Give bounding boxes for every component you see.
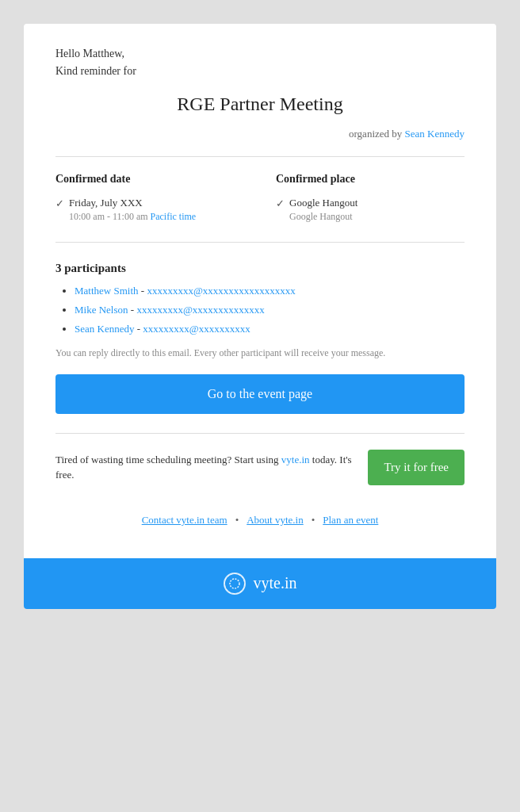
place-value: Google Hangout	[289, 197, 358, 209]
reply-note: You can reply directly to this email. Ev…	[55, 347, 465, 360]
email-body: Hello Matthew, Kind reminder for RGE Par…	[24, 24, 496, 558]
time-value: 10:00 am - 11:00 am Pacific time	[69, 211, 196, 223]
list-item: Sean Kennedy - xxxxxxxxx@xxxxxxxxxx	[75, 323, 465, 335]
footer-bar: vyte.in	[24, 558, 496, 609]
place-item: ✓ Google Hangout Google Hangout	[276, 197, 465, 223]
vyte-logo-icon	[224, 573, 246, 595]
promo-text: Tired of wasting time scheduling meeting…	[55, 452, 355, 483]
vyte-circle-icon	[228, 577, 241, 590]
email-container: Hello Matthew, Kind reminder for RGE Par…	[24, 24, 496, 609]
participant-3-email[interactable]: xxxxxxxxx@xxxxxxxxxx	[143, 323, 250, 335]
try-it-button[interactable]: Try it for free	[368, 450, 465, 485]
section-divider	[55, 156, 465, 157]
greeting-text: Hello Matthew,	[55, 48, 465, 60]
plan-event-link[interactable]: Plan an event	[323, 514, 378, 526]
svg-point-0	[230, 579, 239, 588]
details-section: Confirmed date ✓ Friday, July XXX 10:00 …	[55, 173, 465, 223]
dot-2: •	[312, 514, 315, 526]
footer-links: Contact vyte.in team • About vyte.in • P…	[55, 504, 465, 527]
confirmed-date-label: Confirmed date	[55, 173, 244, 186]
vyte-in-link[interactable]: vyte.in	[281, 454, 310, 465]
vyte-brand-text: vyte.in	[254, 574, 297, 592]
date-value: Friday, July XXX	[69, 197, 196, 209]
date-checkmark: ✓	[55, 197, 64, 210]
list-item: Mike Nelson - xxxxxxxxx@xxxxxxxxxxxxxx	[75, 304, 465, 316]
place-column: Confirmed place ✓ Google Hangout Google …	[276, 173, 465, 223]
promo-section: Tired of wasting time scheduling meeting…	[55, 433, 465, 485]
participants-section: 3 participants Matthew Smith - xxxxxxxxx…	[55, 259, 465, 414]
organizer-prefix: organized by	[349, 128, 402, 140]
list-item: Matthew Smith - xxxxxxxxx@xxxxxxxxxxxxxx…	[75, 285, 465, 297]
participants-heading: 3 participants	[55, 262, 465, 275]
participant-1-email[interactable]: xxxxxxxxx@xxxxxxxxxxxxxxxxxx	[147, 285, 295, 297]
about-link[interactable]: About vyte.in	[247, 514, 304, 526]
promo-text-1: Tired of wasting time scheduling meeting…	[55, 454, 279, 465]
dot-1: •	[235, 514, 239, 526]
participants-list: Matthew Smith - xxxxxxxxx@xxxxxxxxxxxxxx…	[55, 285, 465, 335]
confirmed-place-label: Confirmed place	[276, 173, 465, 186]
participant-2-name[interactable]: Mike Nelson	[75, 304, 128, 316]
participant-1-name[interactable]: Matthew Smith	[75, 285, 139, 297]
reminder-text: Kind reminder for	[55, 65, 465, 78]
participant-3-name[interactable]: Sean Kennedy	[75, 323, 134, 335]
organizer-line: organized by Sean Kennedy	[55, 128, 465, 140]
meeting-title: RGE Partner Meeting	[55, 94, 465, 115]
participants-divider	[55, 242, 465, 243]
participant-2-email[interactable]: xxxxxxxxx@xxxxxxxxxxxxxx	[136, 304, 264, 316]
contact-link[interactable]: Contact vyte.in team	[142, 514, 228, 526]
date-column: Confirmed date ✓ Friday, July XXX 10:00 …	[55, 173, 244, 223]
organizer-link[interactable]: Sean Kennedy	[405, 128, 465, 140]
date-item: ✓ Friday, July XXX 10:00 am - 11:00 am P…	[55, 197, 244, 223]
timezone-link[interactable]: Pacific time	[151, 211, 197, 222]
place-checkmark: ✓	[276, 197, 285, 210]
event-page-button[interactable]: Go to the event page	[55, 374, 465, 414]
place-subvalue: Google Hangout	[289, 211, 358, 223]
